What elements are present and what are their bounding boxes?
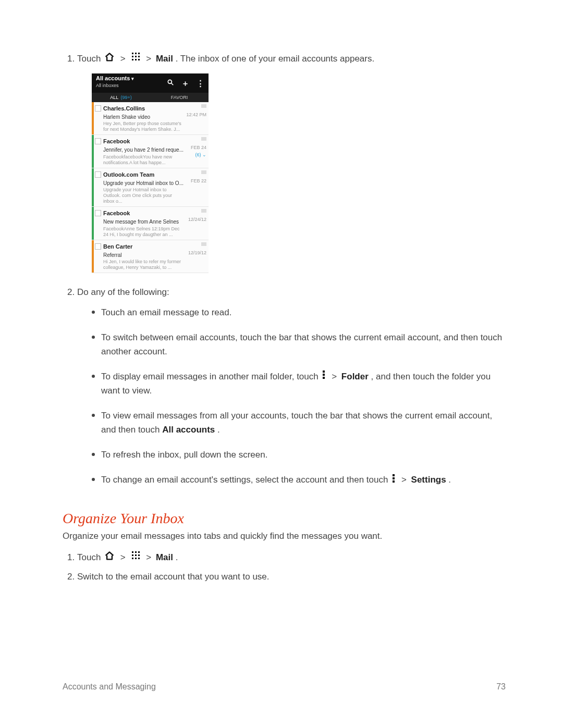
mail-time: 12:42 PM [186,112,206,119]
section-title: Organize Your Inbox [63,510,506,527]
compose-icon[interactable]: ＋ [181,77,189,89]
section-desc: Organize your email messages into tabs a… [63,531,506,541]
steps-list-first: Touch > > Mail . The inbox of one of you… [63,52,506,487]
mail-time: 12/19/12 [186,250,206,257]
bullet-switch-account: To switch between email accounts, touch … [92,331,506,359]
mail-list-item[interactable]: FacebookJennifer, you have 2 friend requ… [92,135,209,168]
mail-preview: FacebookfacebookYou have new notificatio… [103,154,185,166]
svg-line-10 [172,83,174,85]
mail-subject: Harlem Shake video [103,113,185,121]
mail-label: Mail [156,552,173,562]
tab-favorites[interactable]: FAVORI [150,93,209,102]
mail-checkbox[interactable] [94,135,102,168]
mail-time: FEB 24 [186,144,206,152]
svg-rect-25 [138,558,140,559]
topbar-subtitle: All inboxes [96,82,134,89]
account-switcher[interactable]: All accounts ▾ All inboxes [96,75,134,89]
svg-rect-16 [393,480,395,483]
mail-preview: FacebookAnne Selnes 12:19pm Dec 24 Hi, I… [103,226,185,238]
mail-checkbox[interactable] [94,168,102,207]
mail-subject: Upgrade your Hotmail inbox to O... [103,179,185,188]
flag-icon[interactable] [201,137,206,141]
mail-time: 12/24/12 [186,216,206,224]
home-icon [104,551,115,564]
mail-subject: Jennifer, you have 2 friend reque... [103,146,185,154]
flag-icon[interactable] [201,209,206,213]
mail-sender: Facebook [103,137,185,146]
page-footer: Accounts and Messaging 73 [63,682,506,692]
mail-sender: Outlook.com Team [103,170,185,179]
settings-label: Settings [411,475,446,485]
bullet-read: Touch an email message to read. [92,306,506,319]
mail-subject: Referral [103,251,185,260]
svg-rect-1 [135,53,137,54]
svg-rect-15 [393,477,395,479]
mail-app-screenshot: All accounts ▾ All inboxes ＋ ⋮ ALL (9 [92,73,209,274]
mail-sender: Facebook [103,209,185,218]
mail-list-item[interactable]: Outlook.com TeamUpgrade your Hotmail inb… [92,168,209,207]
home-icon [104,52,115,66]
svg-rect-13 [323,377,325,379]
search-icon[interactable] [167,77,174,89]
step-1: Touch > > Mail . The inbox of one of you… [77,52,506,273]
svg-rect-17 [132,551,133,553]
svg-rect-6 [132,59,133,60]
mail-preview: Hi Jen, I would like to refer my former … [103,259,185,270]
step2-intro: Do any of the following: [77,288,169,298]
organize-step1: Touch > > Mail . [77,551,506,565]
step2-bullets: Touch an email message to read. To switc… [77,306,506,487]
mail-list-item[interactable]: Charles.CollinsHarlem Shake videoHey Jen… [92,102,209,135]
mail-checkbox[interactable] [94,240,102,273]
overflow-menu-icon[interactable]: ⋮ [197,77,204,89]
mail-subject: New message from Anne Selnes [103,218,185,226]
bullet-all-accounts: To view email messages from all your acc… [92,409,506,437]
mail-sender: Ben Carter [103,242,185,251]
tab-all[interactable]: ALL (99+) [92,93,150,102]
flag-icon[interactable] [201,104,206,108]
svg-rect-11 [323,371,325,373]
step1-mail: Mail [156,54,173,64]
footer-page-number: 73 [496,682,506,692]
svg-rect-0 [132,53,133,54]
svg-rect-19 [138,551,140,553]
mail-list: Charles.CollinsHarlem Shake videoHey Jen… [92,102,209,274]
step1-prefix: Touch [77,54,103,64]
svg-rect-14 [393,474,395,476]
apps-grid-icon [131,52,141,66]
mail-checkbox[interactable] [94,207,102,240]
svg-rect-24 [135,558,137,559]
svg-rect-7 [135,59,137,60]
folder-label: Folder [341,372,369,381]
overflow-menu-icon [322,370,326,384]
mail-checkbox[interactable] [94,102,102,135]
organize-steps: Touch > > Mail . Switch to the email acc… [63,551,506,584]
gt-2: > [146,54,151,64]
mail-preview: Hey Jen, Better prep those costume's for… [103,121,185,132]
svg-rect-22 [138,554,140,556]
flag-icon[interactable] [201,242,206,246]
topbar-title: All accounts [96,75,130,81]
overflow-menu-icon [391,474,396,487]
bullet-refresh: To refresh the inbox, pull down the scre… [92,448,506,462]
mail-list-item[interactable]: Ben CarterReferralHi Jen, I would like t… [92,240,209,274]
bullet-folder: To display email messages in another mai… [92,370,506,398]
svg-rect-3 [132,56,133,57]
mail-list-item[interactable]: FacebookNew message from Anne SelnesFace… [92,207,209,240]
svg-rect-4 [135,56,137,57]
svg-point-9 [168,80,172,83]
svg-rect-5 [138,56,140,57]
svg-rect-21 [135,554,137,556]
svg-rect-2 [138,53,140,54]
svg-rect-23 [132,558,133,559]
flag-icon[interactable] [201,170,206,174]
all-accounts-label: All accounts [162,425,215,435]
mail-preview: Upgrade your Hotmail inbox to Outlook. c… [103,187,185,204]
step-2: Do any of the following: Touch an email … [77,286,506,487]
organize-step2: Switch to the email account that you wan… [77,570,506,584]
svg-rect-18 [135,551,137,553]
mail-thread-count: (6) ⌄ [186,152,206,159]
mail-topbar[interactable]: All accounts ▾ All inboxes ＋ ⋮ [92,73,209,93]
mail-time: FEB 22 [186,178,206,185]
svg-rect-12 [323,374,325,376]
svg-rect-20 [132,554,133,556]
